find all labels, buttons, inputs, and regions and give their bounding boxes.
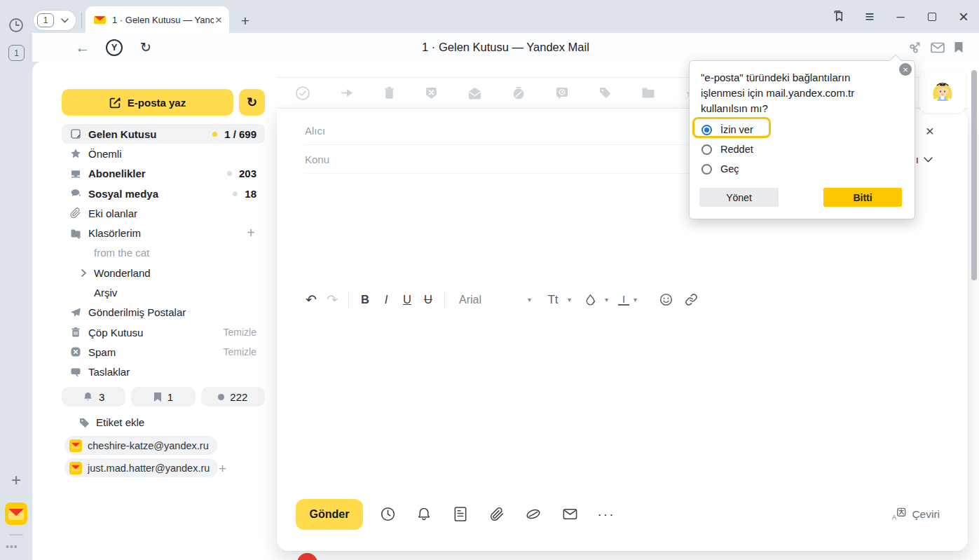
compose-close-icon[interactable]: × <box>926 123 934 138</box>
sidebar-item-important[interactable]: Önemli <box>62 144 265 163</box>
font-size-button[interactable]: Tt <box>542 289 563 310</box>
add-account-icon[interactable]: + <box>219 461 226 477</box>
template-icon[interactable] <box>442 506 479 522</box>
share-link-icon[interactable] <box>905 33 924 62</box>
sidebar-item-from-the-cat[interactable]: from the cat <box>62 243 265 263</box>
bookmarked-filter[interactable]: 1 <box>131 387 195 407</box>
collapsed-field-fragment[interactable]: ı <box>916 153 933 165</box>
rail-more-icon[interactable]: ••• <box>6 541 18 552</box>
bold-button[interactable]: B <box>355 289 376 310</box>
move-to-folder-icon[interactable] <box>641 87 655 99</box>
account-chip-2[interactable]: just.mad.hatter@yandex.ru <box>64 458 218 477</box>
forward-icon[interactable] <box>340 87 354 100</box>
expand-chevron-icon[interactable] <box>81 268 87 280</box>
schedule-send-icon[interactable] <box>369 506 406 522</box>
select-all-icon[interactable] <box>295 86 310 101</box>
mark-read-icon[interactable] <box>467 87 482 100</box>
sidebar-item-with-attachments[interactable]: Eki olanlar <box>62 203 265 223</box>
back-icon[interactable]: ← <box>73 33 93 62</box>
insert-link-icon[interactable] <box>680 289 701 310</box>
add-tag-button[interactable]: Etiket ekle <box>78 414 144 431</box>
more-options-icon[interactable]: ··· <box>588 507 624 522</box>
notify-icon[interactable] <box>406 506 442 522</box>
radio-icon[interactable] <box>701 164 712 175</box>
scrollbar-thumb[interactable] <box>971 70 977 280</box>
sidebar-item-sent[interactable]: Gönderilmiş Postalar <box>62 303 265 322</box>
manage-button[interactable]: Yönet <box>699 188 779 207</box>
underline-button[interactable]: U <box>397 289 418 310</box>
chevron-down-icon[interactable]: ▾ <box>634 296 637 303</box>
menu-icon[interactable]: ≡ <box>861 0 879 33</box>
attach-file-icon[interactable] <box>479 506 515 522</box>
yandex-home-icon[interactable]: Y <box>104 33 124 62</box>
done-button[interactable]: Bitti <box>823 188 902 207</box>
attach-from-disk-icon[interactable] <box>515 506 552 522</box>
rail-tab-counter[interactable]: 1 <box>8 45 25 61</box>
compose-button[interactable]: E-posta yaz <box>62 89 233 116</box>
chevron-down-icon[interactable]: ▾ <box>528 296 531 303</box>
account-chip-1[interactable]: cheshire-katze@yandex.ru <box>64 436 217 455</box>
reminders-filter[interactable]: 3 <box>62 387 125 407</box>
attach-from-mail-icon[interactable] <box>552 506 588 522</box>
radio-label: İzin ver <box>720 124 753 135</box>
refresh-mail-button[interactable]: ↻ <box>239 89 265 116</box>
bookmark-icon[interactable] <box>950 33 968 62</box>
dialog-close-icon[interactable]: × <box>899 63 912 76</box>
unread-dot <box>212 132 217 137</box>
highlight-color-icon[interactable] <box>580 289 601 310</box>
chevron-down-icon[interactable]: ▾ <box>568 296 571 303</box>
redo-icon[interactable]: ↷ <box>322 289 343 310</box>
send-button[interactable]: Gönder <box>296 499 363 530</box>
snooze-icon[interactable] <box>512 86 526 100</box>
sidebar-item-drafts[interactable]: Taslaklar <box>62 362 265 382</box>
radio-option-deny[interactable]: Reddet <box>701 141 753 158</box>
yandex-mail-app-icon[interactable] <box>5 503 27 528</box>
sidebar-item-archive[interactable]: Arşiv <box>62 282 265 302</box>
window-maximize-button[interactable] <box>923 0 941 33</box>
active-tab[interactable]: 1 · Gelen Kutusu — Yanc × <box>85 6 229 33</box>
empty-spam-link[interactable]: Temizle <box>224 346 256 357</box>
translate-button[interactable]: A Çeviri <box>891 507 940 521</box>
tab-group-pill[interactable]: 1 <box>34 11 76 30</box>
rail-new-tab-button[interactable]: + <box>6 470 27 491</box>
unread-filter[interactable]: 222 <box>201 387 265 407</box>
sidebar-item-subscriptions[interactable]: Abonelikler 203 <box>62 164 265 184</box>
chevron-down-icon[interactable] <box>54 18 76 23</box>
bookmarks-panel-icon[interactable] <box>830 0 848 33</box>
sidebar-item-wonderland[interactable]: Wonderland <box>62 263 265 282</box>
sidebar-item-my-folders[interactable]: Klasörlerim + <box>62 223 265 243</box>
sidebar-item-spam[interactable]: Spam Temizle <box>62 342 265 362</box>
text-color-button[interactable]: I <box>618 294 629 306</box>
window-minimize-button[interactable]: – <box>891 0 910 33</box>
label-icon[interactable] <box>598 86 612 100</box>
radio-icon[interactable] <box>701 144 712 155</box>
sidebar-item-social[interactable]: Sosyal medya 18 <box>62 184 265 203</box>
add-tag-label: Etiket ekle <box>96 416 144 428</box>
mail-links-icon[interactable] <box>929 33 947 62</box>
reminder-icon[interactable] <box>555 86 569 100</box>
emoji-icon[interactable] <box>655 289 676 310</box>
account-email: cheshire-katze@yandex.ru <box>88 440 209 451</box>
tab-close-icon[interactable]: × <box>214 14 224 26</box>
reload-icon[interactable]: ↻ <box>136 33 156 62</box>
chevron-down-icon[interactable] <box>924 157 933 163</box>
add-folder-icon[interactable]: + <box>247 225 255 241</box>
radio-option-skip[interactable]: Geç <box>701 161 739 177</box>
page-scrollbar[interactable] <box>971 64 977 560</box>
font-family-select[interactable]: Arial <box>459 294 521 306</box>
radio-selected-icon[interactable] <box>701 125 712 135</box>
undo-icon[interactable]: ↶ <box>301 289 322 310</box>
empty-trash-link[interactable]: Temizle <box>224 327 256 338</box>
new-tab-button[interactable]: + <box>235 11 255 31</box>
delete-icon[interactable] <box>383 86 395 100</box>
spam-icon[interactable] <box>425 86 438 100</box>
user-avatar-card[interactable] <box>919 70 966 113</box>
history-icon[interactable] <box>8 17 25 36</box>
chevron-down-icon[interactable]: ▾ <box>605 296 608 303</box>
sidebar-item-trash[interactable]: Çöp Kutusu Temizle <box>62 322 265 342</box>
sidebar-item-inbox[interactable]: Gelen Kutusu 1 / 699 <box>62 124 265 144</box>
strikethrough-button[interactable]: U <box>418 289 439 310</box>
radio-option-allow[interactable]: İzin ver <box>701 121 753 138</box>
italic-button[interactable]: I <box>376 289 397 310</box>
window-close-button[interactable]: × <box>954 0 973 33</box>
